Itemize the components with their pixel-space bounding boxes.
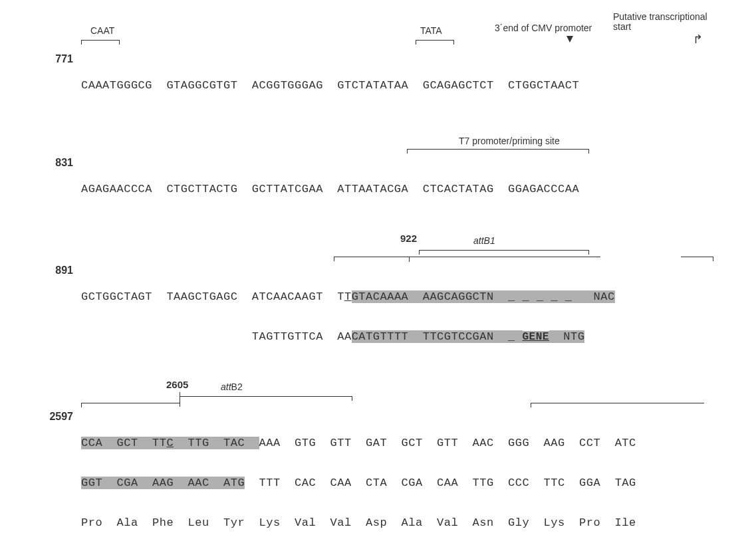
seq-891-top: GCTGGCTAGT TAAGCTGAGC ATCAACAAGT TTGTACA… (81, 290, 615, 304)
pos-891: 891 (32, 265, 81, 276)
bracket-caat (81, 40, 120, 45)
label-caat: CAAT (90, 25, 114, 36)
bracket-gene-right (681, 257, 713, 261)
label-922: 922 (400, 233, 417, 244)
bracket-attB1-outer (334, 257, 600, 261)
annot-row-2597: 2605 attB2 (81, 380, 735, 411)
gene-label: GENE (523, 331, 549, 343)
label-cmv-3prime: 3´end of CMV promoter (495, 23, 592, 33)
label-2605: 2605 (166, 379, 188, 390)
seq-2597-top: CCA GCT TTC TTG TAC AAA GTG GTT GAT GCT … (81, 436, 636, 451)
bracket-t7 (407, 149, 589, 154)
label-attB2: attB2 (221, 382, 243, 392)
label-tata: TATA (420, 25, 442, 36)
pos-831: 831 (32, 157, 81, 169)
seq-891-bot: TAGTTGTTCA AACATGTTTT TTCGTCCGAN _ GENE … (81, 330, 615, 344)
label-putative-start: Putative transcriptional start (613, 12, 713, 32)
seq-771: CAAATGGGCG GTAGGCGTGT ACGGTGGGAG GTCTATA… (81, 78, 579, 93)
seq-row-831: 831 AGAGAACCCA CTGCTTACTG GCTTATCGAA ATT… (32, 157, 735, 222)
annot-row-771: CAAT TATA 3´end of CMV promoter Putative… (81, 25, 735, 53)
seq-2597-bot: GGT CGA AAG AAC ATG TTT CAC CAA CTA CGA … (81, 476, 636, 491)
seq-row-2597: 2597 CCA GCT TTC TTG TAC AAA GTG GTT GAT… (32, 411, 735, 551)
bracket-tata (416, 40, 454, 45)
annot-row-831: T7 promoter/priming site (81, 137, 735, 157)
bracket-v5-start (531, 403, 704, 407)
bracket-2597-left (81, 403, 180, 407)
seq-row-771: 771 CAAATGGGCG GTAGGCGTGT ACGGTGGGAG GTC… (32, 53, 735, 118)
pos-2597: 2597 (32, 411, 81, 423)
bracket-attB1 (419, 250, 589, 255)
seq-row-891: 891 GCTGGCTAGT TAAGCTGAGC ATCAACAAGT TTG… (32, 265, 735, 370)
bracket-attB2 (180, 396, 352, 401)
arrow-trans-start: ↱ (693, 32, 703, 47)
seq-831: AGAGAACCCA CTGCTTACTG GCTTATCGAA ATTAATA… (81, 182, 579, 197)
pos-771: 771 (32, 53, 81, 65)
aa-2597: Pro Ala Phe Leu Tyr Lys Val Val Asp Ala … (81, 516, 636, 530)
label-t7: T7 promoter/priming site (459, 136, 560, 146)
arrow-cmv-end (567, 36, 573, 43)
annot-row-891: 922 attB1 (81, 234, 735, 265)
label-attB1: attB1 (473, 235, 495, 246)
